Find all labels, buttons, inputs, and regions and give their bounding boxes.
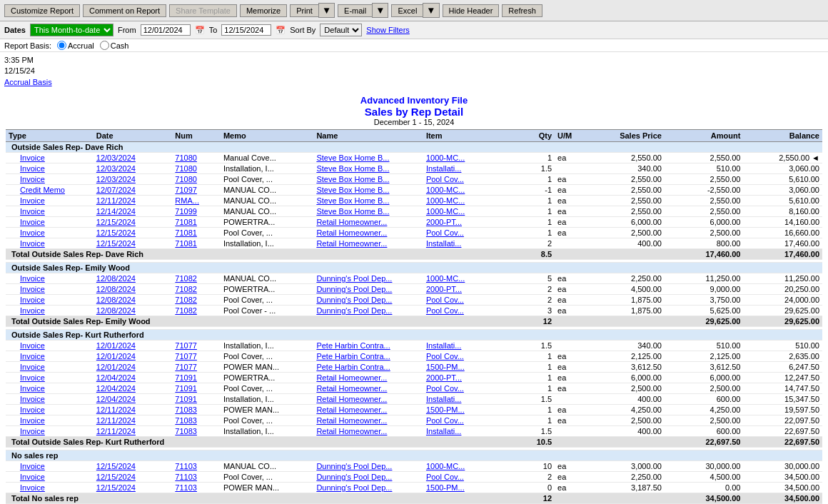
row-name[interactable]: Pete Harbin Contra... xyxy=(313,362,423,373)
row-date[interactable]: 12/08/2024 xyxy=(94,273,173,284)
row-num[interactable]: 71080 xyxy=(172,174,221,185)
row-type[interactable]: Invoice xyxy=(6,273,94,284)
memorize-button[interactable]: Memorize xyxy=(240,4,287,17)
row-num[interactable]: RMA... xyxy=(172,196,221,206)
row-name[interactable]: Retail Homeowner... xyxy=(313,228,423,238)
row-item[interactable]: Pool Cov... xyxy=(423,351,511,362)
row-type[interactable]: Invoice xyxy=(6,362,94,373)
excel-button[interactable]: Excel xyxy=(391,4,423,17)
row-type[interactable]: Invoice xyxy=(6,426,94,437)
row-type[interactable]: Invoice xyxy=(6,217,94,228)
row-num[interactable]: 71082 xyxy=(172,295,221,306)
cash-radio[interactable] xyxy=(100,41,109,50)
row-type[interactable]: Credit Memo xyxy=(6,185,94,196)
row-date[interactable]: 12/07/2024 xyxy=(94,185,173,196)
row-num[interactable]: 71082 xyxy=(172,306,221,316)
row-item[interactable]: Pool Cov... xyxy=(423,306,511,316)
row-date[interactable]: 12/11/2024 xyxy=(94,196,173,206)
email-button[interactable]: E-mail xyxy=(338,4,372,17)
row-num[interactable]: 71081 xyxy=(172,217,221,228)
row-date[interactable]: 12/01/2024 xyxy=(94,341,173,351)
row-name[interactable]: Dunning's Pool Dep... xyxy=(313,472,423,483)
row-item[interactable]: 2000-PT... xyxy=(423,373,511,383)
row-item[interactable]: Pool Cov... xyxy=(423,472,511,483)
row-item[interactable]: Installati... xyxy=(423,394,511,405)
sort-select[interactable]: Default xyxy=(320,24,362,36)
row-type[interactable]: Invoice xyxy=(6,405,94,415)
row-type[interactable]: Invoice xyxy=(6,483,94,493)
row-type[interactable]: Invoice xyxy=(6,373,94,383)
row-name[interactable]: Retail Homeowner... xyxy=(313,238,423,249)
row-item[interactable]: 1000-MC... xyxy=(423,206,511,217)
row-num[interactable]: 71080 xyxy=(172,163,221,174)
row-item[interactable]: 1000-MC... xyxy=(423,461,511,472)
row-num[interactable]: 71099 xyxy=(172,206,221,217)
row-name[interactable]: Dunning's Pool Dep... xyxy=(313,461,423,472)
row-type[interactable]: Invoice xyxy=(6,284,94,295)
row-name[interactable]: Dunning's Pool Dep... xyxy=(313,483,423,493)
row-name[interactable]: Retail Homeowner... xyxy=(313,217,423,228)
row-item[interactable]: 1000-MC... xyxy=(423,196,511,206)
from-date-input[interactable] xyxy=(141,24,191,36)
row-item[interactable]: 1500-PM... xyxy=(423,362,511,373)
email-arrow[interactable]: ▼ xyxy=(372,3,388,18)
row-name[interactable]: Steve Box Home B... xyxy=(313,153,423,163)
row-item[interactable]: Pool Cov... xyxy=(423,295,511,306)
from-calendar-icon[interactable]: 📅 xyxy=(195,26,205,35)
row-date[interactable]: 12/03/2024 xyxy=(94,174,173,185)
row-date[interactable]: 12/15/2024 xyxy=(94,461,173,472)
row-item[interactable]: 2000-PT... xyxy=(423,217,511,228)
row-name[interactable]: Steve Box Home B... xyxy=(313,206,423,217)
row-num[interactable]: 71082 xyxy=(172,284,221,295)
row-type[interactable]: Invoice xyxy=(6,295,94,306)
row-num[interactable]: 71082 xyxy=(172,273,221,284)
row-type[interactable]: Invoice xyxy=(6,415,94,426)
row-date[interactable]: 12/14/2024 xyxy=(94,206,173,217)
row-name[interactable]: Dunning's Pool Dep... xyxy=(313,273,423,284)
row-date[interactable]: 12/08/2024 xyxy=(94,306,173,316)
row-item[interactable]: 2000-PT... xyxy=(423,284,511,295)
row-item[interactable]: Installati... xyxy=(423,238,511,249)
row-name[interactable]: Pete Harbin Contra... xyxy=(313,341,423,351)
row-type[interactable]: Invoice xyxy=(6,461,94,472)
row-type[interactable]: Invoice xyxy=(6,383,94,394)
row-num[interactable]: 71097 xyxy=(172,185,221,196)
row-date[interactable]: 12/03/2024 xyxy=(94,153,173,163)
row-date[interactable]: 12/08/2024 xyxy=(94,284,173,295)
row-item[interactable]: 1000-MC... xyxy=(423,153,511,163)
row-item[interactable]: 1000-MC... xyxy=(423,273,511,284)
print-arrow[interactable]: ▼ xyxy=(318,3,335,18)
row-num[interactable]: 71077 xyxy=(172,341,221,351)
row-type[interactable]: Invoice xyxy=(6,394,94,405)
row-num[interactable]: 71083 xyxy=(172,415,221,426)
row-date[interactable]: 12/11/2024 xyxy=(94,426,173,437)
row-item[interactable]: 1500-PM... xyxy=(423,483,511,493)
row-type[interactable]: Invoice xyxy=(6,341,94,351)
share-template-button[interactable]: Share Template xyxy=(169,4,237,17)
row-type[interactable]: Invoice xyxy=(6,206,94,217)
row-date[interactable]: 12/01/2024 xyxy=(94,351,173,362)
row-date[interactable]: 12/03/2024 xyxy=(94,163,173,174)
row-type[interactable]: Invoice xyxy=(6,153,94,163)
row-item[interactable]: Installati... xyxy=(423,163,511,174)
row-name[interactable]: Dunning's Pool Dep... xyxy=(313,295,423,306)
row-type[interactable]: Invoice xyxy=(6,306,94,316)
row-date[interactable]: 12/11/2024 xyxy=(94,415,173,426)
row-num[interactable]: 71080 xyxy=(172,153,221,163)
row-type[interactable]: Invoice xyxy=(6,174,94,185)
row-date[interactable]: 12/15/2024 xyxy=(94,228,173,238)
print-button[interactable]: Print xyxy=(290,4,318,17)
row-item[interactable]: Pool Cov... xyxy=(423,174,511,185)
row-item[interactable]: Installati... xyxy=(423,341,511,351)
row-date[interactable]: 12/04/2024 xyxy=(94,383,173,394)
row-num[interactable]: 71091 xyxy=(172,394,221,405)
comment-on-report-button[interactable]: Comment on Report xyxy=(83,4,166,17)
row-num[interactable]: 71091 xyxy=(172,373,221,383)
row-num[interactable]: 71103 xyxy=(172,461,221,472)
excel-arrow[interactable]: ▼ xyxy=(423,3,439,18)
row-name[interactable]: Steve Box Home B... xyxy=(313,196,423,206)
row-num[interactable]: 71091 xyxy=(172,383,221,394)
row-type[interactable]: Invoice xyxy=(6,228,94,238)
accrual-basis-link[interactable]: Accrual Basis xyxy=(4,78,52,86)
to-calendar-icon[interactable]: 📅 xyxy=(276,26,286,35)
